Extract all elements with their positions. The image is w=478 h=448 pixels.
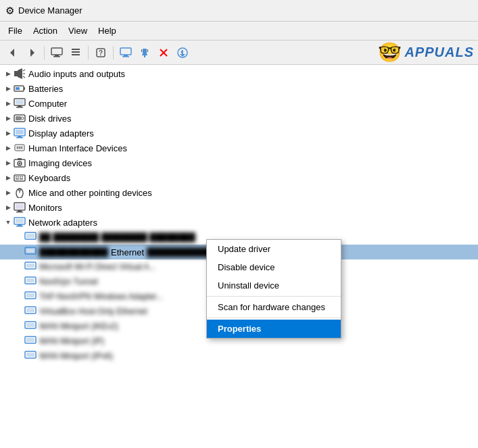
- label-keyboards: Keyboards: [28, 173, 70, 183]
- label-child-2: Microsoft Wi-Fi Direct Virtual A...: [39, 262, 156, 272]
- ctx-separator: [207, 296, 341, 297]
- svg-rect-2: [51, 48, 62, 55]
- svg-rect-46: [19, 147, 20, 149]
- device-keyboards[interactable]: ▶ Keyboards: [0, 170, 478, 185]
- arrow-hid: ▶: [3, 143, 14, 153]
- label-imaging: Imaging devices: [28, 158, 92, 168]
- icon-child-8: [24, 350, 37, 362]
- svg-rect-3: [55, 55, 59, 56]
- svg-rect-75: [26, 264, 34, 268]
- device-mice[interactable]: ▶ Mice and other pointing devices: [0, 185, 478, 200]
- ctx-properties[interactable]: Properties: [207, 320, 341, 338]
- arrow-display: ▶: [3, 128, 14, 139]
- svg-rect-17: [147, 49, 148, 52]
- svg-rect-13: [143, 49, 147, 54]
- menu-file[interactable]: File: [3, 23, 28, 39]
- label-child-8: WAN Miniport (IPv6): [39, 351, 113, 361]
- toolbar-sep-3: [113, 46, 114, 59]
- watermark-area: 🤓 APPUALS: [378, 41, 474, 64]
- svg-rect-65: [16, 211, 23, 213]
- svg-rect-11: [124, 55, 128, 56]
- svg-rect-4: [53, 56, 60, 57]
- svg-rect-47: [21, 147, 22, 149]
- label-batteries: Batteries: [28, 84, 63, 94]
- ctx-update-driver[interactable]: Update driver: [207, 240, 341, 258]
- back-button[interactable]: [4, 44, 22, 61]
- title-bar: ⚙ Device Manager: [0, 0, 478, 22]
- label-child-3: NordVpn Tunnel: [39, 277, 98, 287]
- ctx-disable-device[interactable]: Disable device: [207, 258, 341, 276]
- label-child-5: VirtualBox Host-Only Ethernet: [39, 307, 147, 316]
- menu-action[interactable]: Action: [28, 23, 63, 39]
- network-child-8[interactable]: WAN Miniport (IPv6): [0, 349, 478, 364]
- svg-rect-69: [16, 226, 23, 227]
- device-hid[interactable]: ▶ Human Interface Devices: [0, 141, 478, 155]
- icon-child-3: [24, 276, 37, 288]
- icon-child-6: [24, 320, 37, 332]
- svg-rect-41: [18, 136, 22, 137]
- svg-line-26: [23, 70, 25, 71]
- svg-rect-54: [18, 176, 19, 178]
- svg-rect-12: [122, 56, 129, 57]
- svg-marker-23: [180, 54, 185, 57]
- svg-line-28: [23, 76, 25, 78]
- ctx-scan-hardware[interactable]: Scan for hardware changes: [207, 298, 341, 316]
- label-audio: Audio inputs and outputs: [28, 69, 125, 79]
- svg-rect-24: [14, 71, 18, 76]
- context-menu: Update driver Disable device Uninstall d…: [206, 239, 341, 339]
- svg-rect-33: [16, 100, 24, 104]
- device-disk[interactable]: ▶ Disk drives: [0, 111, 478, 126]
- label-computer: Computer: [28, 99, 67, 109]
- svg-rect-45: [17, 147, 18, 149]
- svg-marker-1: [30, 49, 34, 57]
- help-button[interactable]: ?: [92, 44, 110, 61]
- label-mice: Mice and other pointing devices: [28, 188, 152, 198]
- title-bar-text: Device Manager: [18, 5, 82, 16]
- svg-rect-87: [26, 353, 34, 357]
- svg-rect-71: [26, 234, 34, 238]
- label-disk: Disk drives: [28, 114, 72, 124]
- arrow-monitors: ▶: [3, 202, 14, 213]
- device-network[interactable]: ▼ Network adapters: [0, 215, 478, 230]
- label-display: Display adapters: [28, 128, 94, 139]
- arrow-batteries: ▶: [3, 83, 14, 94]
- svg-marker-0: [10, 49, 14, 57]
- device-imaging[interactable]: ▶ Imaging devices: [0, 155, 478, 170]
- label-eth-suffix: ████████████: [147, 247, 216, 257]
- menu-help[interactable]: Help: [93, 23, 122, 39]
- computer-button[interactable]: [48, 44, 66, 61]
- device-monitors[interactable]: ▶ Monitors: [0, 200, 478, 215]
- remove-button[interactable]: [155, 44, 172, 61]
- device-computer[interactable]: ▶ Computer: [0, 96, 478, 111]
- svg-rect-64: [18, 210, 22, 211]
- device-batteries[interactable]: ▶ Batteries: [0, 81, 478, 96]
- icon-child-4: [24, 291, 37, 303]
- svg-rect-83: [26, 323, 34, 327]
- label-hid: Human Interface Devices: [28, 143, 127, 153]
- label-child-4: TAP-NordVPN Windows Adapter...: [39, 292, 163, 301]
- icon-imaging: [14, 157, 26, 169]
- monitor-button[interactable]: [117, 44, 135, 61]
- watermark-cartoon: 🤓: [378, 41, 402, 64]
- svg-rect-68: [18, 224, 22, 226]
- watermark-text: APPUALS: [404, 45, 474, 60]
- svg-rect-79: [26, 293, 34, 297]
- svg-rect-77: [26, 278, 34, 282]
- svg-rect-7: [72, 54, 80, 55]
- toolbar: ? 🤓 APPUALS: [0, 41, 478, 65]
- menu-view[interactable]: View: [63, 23, 93, 39]
- download-button[interactable]: [174, 44, 191, 61]
- icon-child-2: [24, 261, 37, 273]
- svg-rect-56: [22, 176, 23, 178]
- list-button[interactable]: [67, 44, 85, 61]
- main-content: ▶ Audio inputs and outputs ▶ Batteries ▶…: [0, 65, 478, 448]
- device-audio[interactable]: ▶ Audio inputs and outputs: [0, 66, 478, 81]
- device-display[interactable]: ▶ Display adapters: [0, 126, 478, 141]
- svg-rect-14: [142, 54, 147, 55]
- arrow-network: ▼: [3, 217, 14, 228]
- arrow-mice: ▶: [3, 187, 14, 198]
- svg-rect-10: [120, 48, 131, 55]
- ctx-uninstall-device[interactable]: Uninstall device: [207, 276, 341, 295]
- forward-button[interactable]: [23, 44, 41, 61]
- plug-button[interactable]: [136, 44, 153, 61]
